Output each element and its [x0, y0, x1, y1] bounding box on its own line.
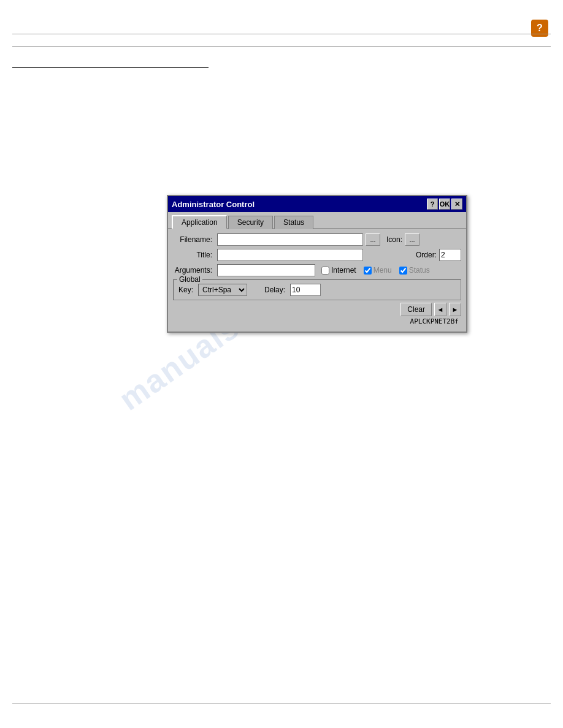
clear-button[interactable]: Clear — [400, 303, 432, 316]
arguments-label: Arguments: — [173, 266, 215, 275]
menu-label: Menu — [373, 266, 392, 275]
icon-browse-button[interactable]: ... — [405, 233, 419, 246]
action-row: Clear ◄ ► — [173, 303, 461, 316]
menu-checkbox[interactable] — [364, 267, 372, 275]
internet-label: Internet — [331, 266, 356, 275]
delay-input[interactable] — [290, 284, 321, 296]
administrator-control-dialog: Administrator Control ? OK ✕ Application… — [167, 195, 467, 333]
tab-security[interactable]: Security — [228, 216, 273, 229]
internet-checkbox[interactable] — [321, 267, 329, 275]
filename-row: Filename: ... Icon: ... — [173, 233, 461, 246]
top-rule — [12, 34, 551, 35]
title-label: Title: — [173, 251, 215, 259]
filename-input[interactable] — [217, 233, 363, 246]
code-text: APLCKPNET2Bf — [173, 316, 461, 327]
titlebar-buttons: ? OK ✕ — [427, 199, 462, 210]
menu-checkbox-item: Menu — [364, 266, 392, 275]
arguments-input[interactable] — [217, 264, 315, 276]
dialog-titlebar: Administrator Control ? OK ✕ — [168, 196, 466, 212]
global-group-label: Global — [177, 275, 202, 284]
titlebar-ok-button[interactable]: OK — [439, 199, 450, 210]
filename-browse-button[interactable]: ... — [366, 233, 380, 246]
checkbox-area: Internet Menu Status — [321, 266, 430, 275]
delay-label: Delay: — [264, 286, 285, 294]
title-row: Title: Order: — [173, 249, 461, 261]
nav-next-button[interactable]: ► — [449, 303, 461, 316]
bottom-rule — [12, 703, 551, 703]
arguments-row: Arguments: Internet Menu Status — [173, 264, 461, 276]
titlebar-close-button[interactable]: ✕ — [451, 199, 462, 210]
global-group-content: Key: Ctrl+Spa Delay: — [178, 284, 456, 296]
order-label: Order: — [416, 251, 437, 259]
help-icon-label: ? — [537, 23, 543, 34]
title-input[interactable] — [217, 249, 363, 261]
titlebar-help-button[interactable]: ? — [427, 199, 438, 210]
order-section: Order: — [416, 249, 461, 261]
tab-status[interactable]: Status — [274, 216, 313, 229]
dialog-content: Filename: ... Icon: ... Title: Order: A — [168, 228, 466, 332]
underline-rule — [12, 67, 209, 68]
icon-label: Icon: — [386, 235, 402, 244]
global-group-box: Global Key: Ctrl+Spa Delay: — [173, 279, 461, 300]
status-label: Status — [409, 266, 430, 275]
second-rule — [12, 46, 551, 47]
key-label: Key: — [178, 286, 193, 294]
status-checkbox[interactable] — [399, 267, 407, 275]
key-select[interactable]: Ctrl+Spa — [198, 284, 247, 296]
tab-application[interactable]: Application — [172, 215, 227, 229]
icon-section: Icon: ... — [386, 233, 419, 246]
nav-prev-button[interactable]: ◄ — [434, 303, 446, 316]
order-input[interactable] — [439, 249, 461, 261]
internet-checkbox-item: Internet — [321, 266, 356, 275]
filename-label: Filename: — [173, 235, 215, 244]
dialog-tabs: Application Security Status — [168, 212, 466, 228]
dialog-title: Administrator Control — [172, 200, 255, 209]
status-checkbox-item: Status — [399, 266, 430, 275]
